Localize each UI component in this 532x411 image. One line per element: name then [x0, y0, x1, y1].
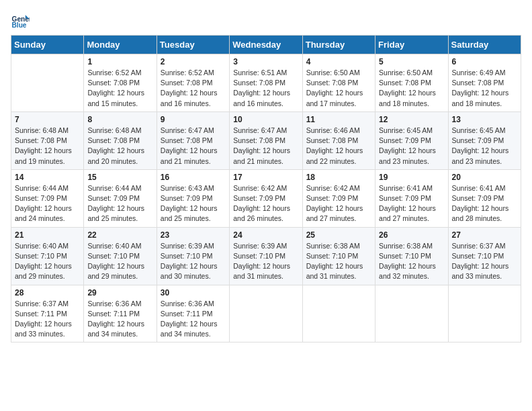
- calendar-cell: 16Sunrise: 6:43 AM Sunset: 7:09 PM Dayli…: [157, 169, 229, 227]
- svg-text:Blue: Blue: [12, 21, 27, 29]
- day-number: 28: [15, 288, 80, 298]
- calendar-cell: 9Sunrise: 6:47 AM Sunset: 7:08 PM Daylig…: [157, 111, 229, 169]
- day-info: Sunrise: 6:44 AM Sunset: 7:09 PM Dayligh…: [15, 183, 80, 224]
- calendar-cell: 14Sunrise: 6:44 AM Sunset: 7:09 PM Dayli…: [11, 169, 84, 227]
- calendar-cell: 20Sunrise: 6:41 AM Sunset: 7:09 PM Dayli…: [448, 169, 521, 227]
- day-number: 24: [233, 230, 298, 240]
- day-info: Sunrise: 6:39 AM Sunset: 7:10 PM Dayligh…: [161, 241, 226, 282]
- day-number: 29: [87, 288, 152, 298]
- day-info: Sunrise: 6:49 AM Sunset: 7:08 PM Dayligh…: [452, 68, 517, 109]
- day-header-monday: Monday: [84, 36, 157, 54]
- day-number: 15: [87, 173, 152, 182]
- calendar-cell: 3Sunrise: 6:51 AM Sunset: 7:08 PM Daylig…: [230, 54, 302, 112]
- calendar-cell: 8Sunrise: 6:48 AM Sunset: 7:08 PM Daylig…: [84, 111, 157, 169]
- day-number: 30: [161, 288, 226, 298]
- week-row-5: 28Sunrise: 6:37 AM Sunset: 7:11 PM Dayli…: [11, 285, 521, 342]
- calendar-cell: 26Sunrise: 6:38 AM Sunset: 7:10 PM Dayli…: [375, 227, 448, 285]
- day-info: Sunrise: 6:43 AM Sunset: 7:09 PM Dayligh…: [161, 183, 226, 224]
- day-header-thursday: Thursday: [302, 36, 375, 54]
- calendar-cell: 19Sunrise: 6:41 AM Sunset: 7:09 PM Dayli…: [375, 169, 448, 227]
- calendar-cell: 15Sunrise: 6:44 AM Sunset: 7:09 PM Dayli…: [84, 169, 157, 227]
- day-info: Sunrise: 6:39 AM Sunset: 7:10 PM Dayligh…: [233, 241, 298, 282]
- calendar-cell: 22Sunrise: 6:40 AM Sunset: 7:10 PM Dayli…: [84, 227, 157, 285]
- week-row-1: 1Sunrise: 6:52 AM Sunset: 7:08 PM Daylig…: [11, 54, 521, 112]
- day-info: Sunrise: 6:42 AM Sunset: 7:09 PM Dayligh…: [306, 183, 371, 224]
- calendar-cell: 6Sunrise: 6:49 AM Sunset: 7:08 PM Daylig…: [448, 54, 521, 112]
- day-info: Sunrise: 6:46 AM Sunset: 7:08 PM Dayligh…: [306, 126, 371, 167]
- calendar-cell: 30Sunrise: 6:36 AM Sunset: 7:11 PM Dayli…: [157, 285, 229, 342]
- day-number: 6: [452, 57, 517, 66]
- calendar-cell: 10Sunrise: 6:47 AM Sunset: 7:08 PM Dayli…: [230, 111, 302, 169]
- day-number: 19: [379, 173, 444, 182]
- calendar-cell: 12Sunrise: 6:45 AM Sunset: 7:09 PM Dayli…: [375, 111, 448, 169]
- day-number: 12: [379, 115, 444, 124]
- day-number: 27: [452, 230, 517, 240]
- logo: General Blue: [11, 11, 32, 30]
- calendar-cell: 18Sunrise: 6:42 AM Sunset: 7:09 PM Dayli…: [302, 169, 375, 227]
- calendar-cell: 11Sunrise: 6:46 AM Sunset: 7:08 PM Dayli…: [302, 111, 375, 169]
- day-number: 22: [87, 230, 152, 240]
- day-number: 2: [161, 57, 226, 66]
- day-header-saturday: Saturday: [448, 36, 521, 54]
- day-info: Sunrise: 6:47 AM Sunset: 7:08 PM Dayligh…: [233, 126, 298, 167]
- calendar-cell: 1Sunrise: 6:52 AM Sunset: 7:08 PM Daylig…: [84, 54, 157, 112]
- day-header-friday: Friday: [375, 36, 448, 54]
- day-info: Sunrise: 6:45 AM Sunset: 7:09 PM Dayligh…: [379, 126, 444, 167]
- calendar-cell: 21Sunrise: 6:40 AM Sunset: 7:10 PM Dayli…: [11, 227, 84, 285]
- day-info: Sunrise: 6:48 AM Sunset: 7:08 PM Dayligh…: [15, 126, 80, 167]
- day-number: 8: [87, 115, 152, 124]
- calendar-cell: [375, 285, 448, 342]
- day-number: 11: [306, 115, 371, 124]
- calendar-cell: [448, 285, 521, 342]
- page-header: General Blue: [11, 11, 521, 30]
- calendar-cell: 29Sunrise: 6:36 AM Sunset: 7:11 PM Dayli…: [84, 285, 157, 342]
- calendar-cell: 2Sunrise: 6:52 AM Sunset: 7:08 PM Daylig…: [157, 54, 229, 112]
- day-number: 23: [161, 230, 226, 240]
- day-number: 21: [15, 230, 80, 240]
- calendar-cell: [302, 285, 375, 342]
- day-header-sunday: Sunday: [11, 36, 84, 54]
- day-number: 26: [379, 230, 444, 240]
- week-row-3: 14Sunrise: 6:44 AM Sunset: 7:09 PM Dayli…: [11, 169, 521, 227]
- calendar-cell: 27Sunrise: 6:37 AM Sunset: 7:10 PM Dayli…: [448, 227, 521, 285]
- day-number: 17: [233, 173, 298, 182]
- day-number: 4: [306, 57, 371, 66]
- week-row-2: 7Sunrise: 6:48 AM Sunset: 7:08 PM Daylig…: [11, 111, 521, 169]
- day-info: Sunrise: 6:41 AM Sunset: 7:09 PM Dayligh…: [452, 183, 517, 224]
- day-info: Sunrise: 6:41 AM Sunset: 7:09 PM Dayligh…: [379, 183, 444, 224]
- calendar-cell: 5Sunrise: 6:50 AM Sunset: 7:08 PM Daylig…: [375, 54, 448, 112]
- day-info: Sunrise: 6:40 AM Sunset: 7:10 PM Dayligh…: [15, 241, 80, 282]
- day-info: Sunrise: 6:40 AM Sunset: 7:10 PM Dayligh…: [87, 241, 152, 282]
- day-info: Sunrise: 6:42 AM Sunset: 7:09 PM Dayligh…: [233, 183, 298, 224]
- week-row-4: 21Sunrise: 6:40 AM Sunset: 7:10 PM Dayli…: [11, 227, 521, 285]
- calendar-header: SundayMondayTuesdayWednesdayThursdayFrid…: [11, 36, 521, 54]
- calendar-cell: 23Sunrise: 6:39 AM Sunset: 7:10 PM Dayli…: [157, 227, 229, 285]
- calendar-cell: [230, 285, 302, 342]
- days-header-row: SundayMondayTuesdayWednesdayThursdayFrid…: [11, 36, 521, 54]
- logo-icon: General Blue: [11, 11, 30, 30]
- day-info: Sunrise: 6:47 AM Sunset: 7:08 PM Dayligh…: [161, 126, 226, 167]
- day-number: 10: [233, 115, 298, 124]
- calendar-cell: 28Sunrise: 6:37 AM Sunset: 7:11 PM Dayli…: [11, 285, 84, 342]
- day-header-tuesday: Tuesday: [157, 36, 229, 54]
- day-number: 1: [87, 57, 152, 66]
- day-info: Sunrise: 6:48 AM Sunset: 7:08 PM Dayligh…: [87, 126, 152, 167]
- day-info: Sunrise: 6:36 AM Sunset: 7:11 PM Dayligh…: [161, 299, 226, 340]
- day-info: Sunrise: 6:52 AM Sunset: 7:08 PM Dayligh…: [161, 68, 226, 109]
- day-number: 18: [306, 173, 371, 182]
- calendar-cell: 4Sunrise: 6:50 AM Sunset: 7:08 PM Daylig…: [302, 54, 375, 112]
- day-info: Sunrise: 6:50 AM Sunset: 7:08 PM Dayligh…: [379, 68, 444, 109]
- calendar-cell: 24Sunrise: 6:39 AM Sunset: 7:10 PM Dayli…: [230, 227, 302, 285]
- day-info: Sunrise: 6:51 AM Sunset: 7:08 PM Dayligh…: [233, 68, 298, 109]
- calendar-cell: 7Sunrise: 6:48 AM Sunset: 7:08 PM Daylig…: [11, 111, 84, 169]
- day-number: 25: [306, 230, 371, 240]
- day-number: 5: [379, 57, 444, 66]
- day-info: Sunrise: 6:50 AM Sunset: 7:08 PM Dayligh…: [306, 68, 371, 109]
- day-number: 7: [15, 115, 80, 124]
- calendar-body: 1Sunrise: 6:52 AM Sunset: 7:08 PM Daylig…: [11, 54, 521, 342]
- day-info: Sunrise: 6:37 AM Sunset: 7:11 PM Dayligh…: [15, 299, 80, 340]
- day-number: 3: [233, 57, 298, 66]
- calendar-table: SundayMondayTuesdayWednesdayThursdayFrid…: [11, 35, 521, 342]
- day-info: Sunrise: 6:45 AM Sunset: 7:09 PM Dayligh…: [452, 126, 517, 167]
- day-number: 9: [161, 115, 226, 124]
